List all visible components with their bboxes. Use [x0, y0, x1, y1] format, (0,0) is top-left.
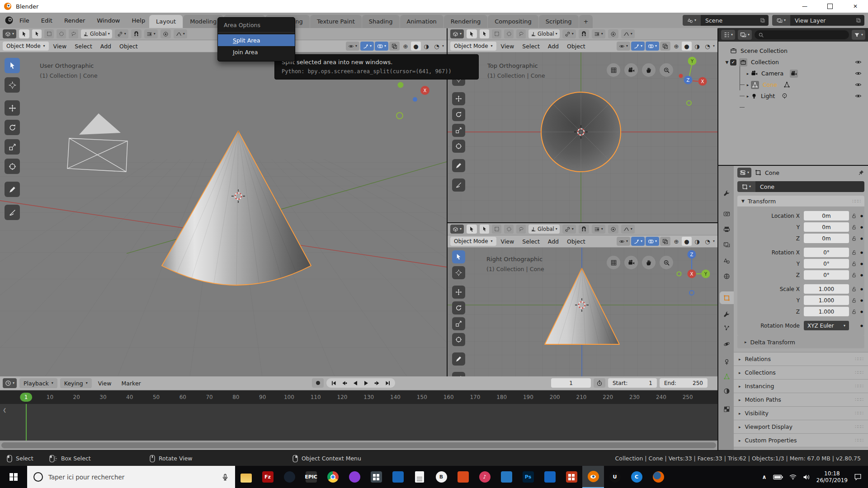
menu-edit[interactable]: Edit	[35, 17, 58, 24]
properties-tab-view-layer[interactable]	[720, 238, 734, 251]
tab-layout[interactable]: Layout	[149, 15, 183, 28]
taskbar-app-filezilla[interactable]: Fz	[257, 466, 278, 488]
ruler-tick-90[interactable]: 90	[259, 390, 266, 404]
tool-scale-button[interactable]	[5, 139, 20, 155]
animate-dot-icon[interactable]: ●	[859, 214, 864, 218]
view-menu[interactable]: View	[94, 380, 115, 387]
animate-dot-icon[interactable]: ●	[859, 237, 864, 240]
viewport-menu-object[interactable]: Object	[563, 43, 589, 50]
tab-scripting[interactable]: Scripting	[539, 15, 579, 28]
minimize-button[interactable]: —	[792, 0, 817, 13]
select-mode-box[interactable]	[44, 29, 54, 38]
select-mode-tweak[interactable]	[32, 29, 42, 38]
transform-panel-header[interactable]: ▼Transform∷∷∷	[737, 196, 864, 206]
outliner-display-mode-button[interactable]: ▾	[738, 30, 752, 40]
timeline-ruler[interactable]: 1102030405060708090100110120130140150160…	[0, 390, 717, 404]
properties-tab-object-data[interactable]	[720, 370, 734, 383]
properties-tab-world[interactable]	[720, 270, 734, 282]
properties-tab-constraints[interactable]	[720, 356, 734, 368]
mode-dropdown[interactable]: Object Mode▾	[450, 42, 496, 51]
rotation-mode-dropdown[interactable]: XYZ Euler▾	[804, 321, 849, 330]
nav-zoom-button[interactable]	[660, 256, 673, 269]
ruler-tick-150[interactable]: 150	[417, 390, 427, 404]
taskbar-search-input[interactable]: Taper ici pour rechercher	[27, 466, 235, 488]
ruler-tick-200[interactable]: 200	[550, 390, 560, 404]
tool-move-button[interactable]	[5, 100, 20, 116]
taskbar-app-calculator[interactable]	[365, 466, 387, 488]
nav-grid-button[interactable]	[607, 256, 620, 269]
select-mode-lasso[interactable]	[516, 225, 526, 234]
action-center-icon[interactable]	[854, 473, 862, 481]
animate-dot-icon[interactable]: ●	[859, 310, 864, 314]
value-field[interactable]: 0°	[804, 270, 849, 280]
menu-render[interactable]: Render	[58, 17, 91, 24]
hide-eye-icon[interactable]	[855, 70, 862, 77]
tool-cursor-3d-button[interactable]	[452, 266, 465, 279]
snap-magnet-toggle[interactable]	[579, 29, 589, 38]
ruler-tick-160[interactable]: 160	[443, 390, 454, 404]
collection-checkbox[interactable]: ✓	[730, 59, 736, 66]
tool-measure-button[interactable]	[452, 372, 465, 376]
tool-rotate-button[interactable]	[452, 108, 465, 121]
outliner-row-cone[interactable]: ▸ Cone	[718, 79, 868, 90]
select-mode-lasso[interactable]	[69, 29, 78, 38]
gizmo-toggle-dropdown[interactable]: ▾	[631, 237, 645, 246]
snap-magnet-toggle[interactable]	[579, 225, 589, 234]
section-viewport-display[interactable]: ▸Viewport Display∷∷∷	[734, 420, 868, 434]
value-field[interactable]: 1.000	[804, 307, 849, 316]
select-mode-tweak[interactable]	[480, 29, 489, 38]
current-frame-indicator[interactable]: 1	[20, 393, 33, 402]
overlays-toggle-dropdown[interactable]: ▾	[646, 42, 659, 51]
active-tool-icon[interactable]	[467, 225, 477, 234]
context-menu-item-join-area[interactable]: Join Area	[218, 46, 295, 58]
keying-menu[interactable]: Keying▾	[60, 378, 92, 388]
gizmo-toggle-dropdown[interactable]: ▾	[360, 42, 374, 51]
view-layer-browse-button[interactable]: ▾	[772, 15, 790, 26]
properties-tab-material[interactable]	[720, 385, 734, 397]
animate-dot-icon[interactable]: ●	[859, 299, 864, 302]
value-field[interactable]: 1.000	[804, 296, 849, 305]
scene-browse-button[interactable]: ▾	[683, 15, 701, 26]
select-mode-box[interactable]	[492, 29, 501, 38]
tab-texture-paint[interactable]: Texture Paint	[310, 15, 362, 28]
tool-rotate-button[interactable]	[5, 120, 20, 135]
tool-rotate-button[interactable]	[452, 301, 465, 314]
ruler-tick-10[interactable]: 10	[47, 390, 53, 404]
context-menu-item-split-area[interactable]: Split Area	[218, 34, 295, 46]
snap-target-dropdown[interactable]: ▾	[115, 29, 128, 38]
expand-icon[interactable]: ▸	[745, 83, 751, 87]
orientation-dropdown[interactable]: Global▾	[528, 225, 560, 234]
properties-tab-object[interactable]	[720, 291, 734, 304]
orientation-dropdown[interactable]: Global▾	[528, 29, 560, 38]
playback-menu[interactable]: Playback▾	[19, 378, 57, 388]
hidden-icons-chevron[interactable]: ∧	[762, 474, 767, 480]
select-mode-circle[interactable]	[57, 29, 66, 38]
tool-select-button[interactable]	[452, 250, 465, 263]
animate-dot-icon[interactable]: ●	[859, 251, 864, 254]
taskbar-app-purple-app[interactable]	[344, 466, 365, 488]
lock-icon[interactable]	[849, 261, 859, 267]
taskbar-app-circle-b-app[interactable]: B	[430, 466, 452, 488]
ruler-tick-80[interactable]: 80	[232, 390, 239, 404]
drag-handle-icon[interactable]: ∷∷∷	[852, 198, 860, 204]
blender-menu-logo-icon[interactable]	[5, 16, 14, 25]
viewport-menu-add[interactable]: Add	[97, 43, 115, 50]
viewport-menu-object[interactable]: Object	[116, 43, 142, 50]
nav-hand-button[interactable]	[642, 63, 656, 77]
snap-target-dropdown[interactable]: ▾	[562, 29, 576, 38]
selectability-dropdown[interactable]: ▾	[346, 42, 359, 51]
ruler-tick-110[interactable]: 110	[311, 390, 321, 404]
menu-help[interactable]: Help	[126, 17, 151, 24]
delta-transform-row[interactable]: ▸Delta Transform	[737, 336, 864, 348]
viewport-menu-object[interactable]: Object	[563, 238, 589, 245]
select-mode-circle[interactable]	[504, 225, 514, 234]
viewport-menu-select[interactable]: Select	[519, 43, 543, 50]
shading-rendered-icon[interactable]: ◔	[432, 42, 442, 51]
xray-toggle[interactable]	[660, 237, 670, 246]
nav-grid-button[interactable]	[607, 63, 620, 77]
tool-annotate-button[interactable]	[452, 352, 465, 366]
taskbar-app-orange-grid-app[interactable]	[561, 466, 582, 488]
hide-eye-icon[interactable]	[855, 59, 862, 66]
snap-magnet-toggle[interactable]	[131, 29, 142, 38]
section-instancing[interactable]: ▸Instancing∷∷∷	[734, 380, 868, 393]
